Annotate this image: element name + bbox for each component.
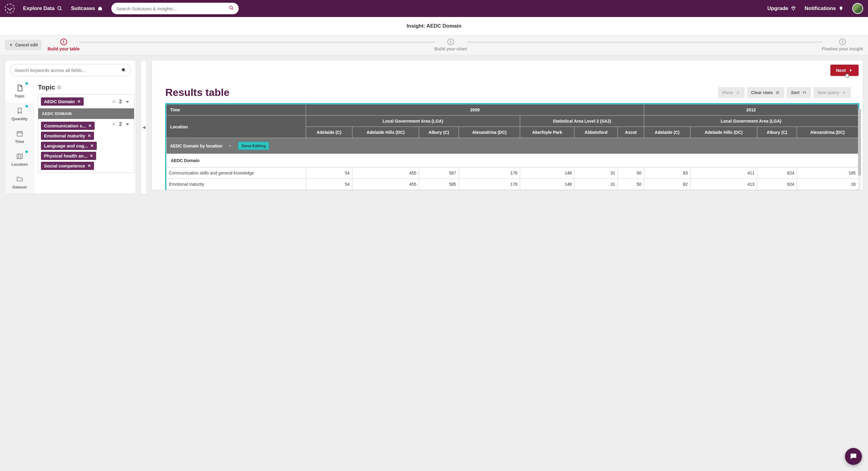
remove-chip-icon[interactable]: ✕: [90, 144, 94, 148]
indicator-dot: [26, 105, 28, 108]
field-search-input[interactable]: [14, 68, 121, 73]
arrow-right-icon: [848, 68, 853, 73]
topic-chip[interactable]: AEDC Domain ✕: [41, 97, 84, 106]
fields-panel: Topic Quantity Time Location: [5, 60, 136, 194]
svg-line-1: [60, 9, 62, 10]
table-row: Emotional maturity 54 455 585 176 148 31…: [166, 179, 858, 190]
sidebar-tab-topic[interactable]: Topic: [5, 80, 34, 102]
svg-rect-2: [98, 8, 102, 10]
chevron-down-icon[interactable]: [125, 122, 130, 126]
location-header: Location: [166, 116, 306, 138]
sort-button[interactable]: Sort: [787, 87, 811, 98]
lightbulb-icon: [838, 6, 844, 11]
sort-icon: [802, 90, 807, 95]
search-icon[interactable]: [121, 68, 126, 72]
new-query-button[interactable]: New query: [813, 87, 851, 98]
remove-chip-icon[interactable]: ✕: [88, 123, 92, 128]
topic-title-text: Topic: [38, 84, 55, 91]
cell: 31: [575, 179, 618, 190]
pivot-button[interactable]: Pivot: [718, 87, 744, 98]
cancel-edit-label: Cancel edit: [15, 42, 38, 47]
cell: 411: [690, 168, 757, 179]
indicator-dot: [26, 150, 28, 153]
step-finalise[interactable]: 3 Finalise your insight: [822, 38, 863, 51]
insight-title: Insight: AEDC Domain: [0, 17, 868, 35]
year-header: 2009: [306, 105, 644, 116]
next-label: Next: [836, 68, 846, 73]
cell: 176: [459, 179, 520, 190]
svg-rect-3: [99, 7, 101, 8]
topic-chip[interactable]: Language and cog...✕: [41, 142, 97, 150]
step-number: 1: [60, 38, 67, 45]
clear-all-icon[interactable]: ✕: [112, 121, 116, 127]
svg-rect-10: [17, 132, 22, 136]
svg-point-8: [122, 68, 125, 71]
col-header: Alexandrina (DC): [797, 127, 858, 138]
topic-chip[interactable]: Physical health an...✕: [41, 152, 96, 160]
cell: 587: [419, 168, 459, 179]
caret-down-icon[interactable]: [228, 144, 232, 148]
domain-header-row: AEDC Domain: [166, 154, 858, 168]
global-search-input[interactable]: [116, 6, 229, 11]
scrollbar[interactable]: [858, 109, 861, 190]
upgrade-label: Upgrade: [767, 5, 788, 11]
topic-chip[interactable]: Emotional maturity✕: [41, 132, 94, 140]
field-search[interactable]: [10, 64, 131, 76]
calendar-icon: [16, 129, 24, 138]
clear-rows-button[interactable]: Clear rows: [747, 87, 784, 98]
row-label: Communication skills and general knowled…: [166, 168, 306, 179]
upgrade-link[interactable]: Upgrade: [767, 5, 796, 11]
search-icon[interactable]: [229, 5, 234, 11]
sidebar-tab-quantity[interactable]: Quantity: [5, 102, 34, 125]
sidebar-tab-location[interactable]: Location: [5, 148, 34, 171]
clear-all-icon[interactable]: ✕: [112, 98, 116, 105]
chevron-down-icon[interactable]: [125, 99, 130, 104]
results-table: Time 2009 2012 Location Local Government…: [165, 103, 859, 190]
svg-point-4: [229, 6, 232, 9]
remove-chip-icon[interactable]: ✕: [78, 99, 81, 104]
indicator-dot: [26, 82, 28, 85]
next-button[interactable]: Next: [830, 65, 859, 76]
scroll-thumb[interactable]: [858, 109, 861, 176]
user-avatar[interactable]: [852, 3, 863, 14]
col-header: Alexandrina (DC): [459, 127, 520, 138]
global-search[interactable]: [111, 3, 239, 14]
step-label: Build your chart: [435, 47, 467, 51]
btn-label: Sort: [791, 90, 800, 95]
chip-label: AEDC Domain: [44, 99, 75, 104]
cell: 148: [520, 168, 574, 179]
remove-chip-icon[interactable]: ✕: [88, 164, 91, 168]
cancel-edit-button[interactable]: Cancel edit: [5, 40, 41, 50]
cell: 54: [306, 179, 352, 190]
collapse-panel-button[interactable]: ◀: [141, 60, 147, 194]
topic-chip[interactable]: Social competence✕: [41, 162, 94, 170]
search-icon: [57, 6, 62, 11]
remove-chip-icon[interactable]: ✕: [88, 134, 91, 138]
remove-chip-icon[interactable]: ✕: [90, 153, 93, 158]
tab-label: Time: [15, 139, 24, 144]
step-number: 3: [839, 38, 846, 45]
app-logo[interactable]: [5, 4, 14, 13]
suitcases-link[interactable]: Suitcases: [71, 5, 103, 11]
btn-label: Clear rows: [751, 90, 773, 95]
notifications-link[interactable]: Notifications: [805, 5, 844, 11]
col-header: Adelaide Hills (DC): [690, 127, 757, 138]
plus-icon: [842, 90, 846, 95]
bookmark-icon: [16, 107, 24, 115]
explore-data-link[interactable]: Explore Data: [23, 5, 62, 11]
step-connector: [467, 42, 822, 42]
done-editing-button[interactable]: Done Editing: [238, 142, 269, 150]
topic-chip[interactable]: Communication s...✕: [41, 122, 95, 130]
sidebar-tab-dataset[interactable]: Dataset: [5, 171, 34, 194]
chip-label: Emotional maturity: [44, 133, 85, 138]
info-icon[interactable]: i: [57, 85, 61, 90]
cell: 413: [690, 179, 757, 190]
step-build-table[interactable]: 1 Build your table: [48, 38, 80, 51]
cell: 455: [352, 168, 419, 179]
list-icon: [775, 90, 780, 95]
sidebar-tab-time[interactable]: Time: [5, 125, 34, 148]
cell: 624: [757, 168, 797, 179]
region-header: Local Government Area (LGA): [644, 116, 858, 127]
step-build-chart[interactable]: 2 Build your chart: [435, 38, 467, 51]
swap-icon: [736, 90, 740, 95]
